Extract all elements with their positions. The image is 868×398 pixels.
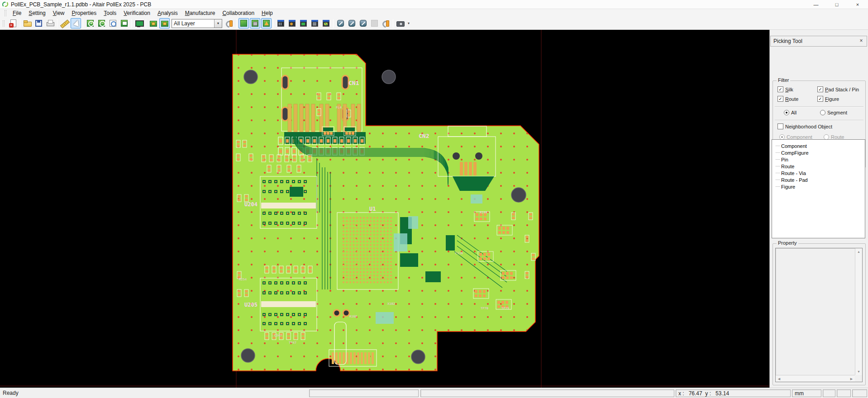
menu-properties[interactable]: Properties	[68, 9, 100, 17]
zoom-out-button[interactable]	[96, 18, 107, 28]
print-button[interactable]	[45, 18, 55, 28]
mounting-hole[interactable]	[411, 350, 425, 364]
toolbar-separator	[333, 19, 334, 28]
pcb-drawing[interactable]: CN1 CN2 U1 U204 U205 FL4 R160 C116 X102 …	[0, 30, 769, 388]
board-bottom-view-button[interactable]	[250, 18, 260, 28]
mounting-hole[interactable]	[244, 70, 258, 84]
markup-arrow-button[interactable]	[347, 18, 357, 28]
status-segment	[852, 389, 867, 397]
toolbar-grip[interactable]	[3, 20, 5, 27]
capture-dropdown-caret[interactable]: ▾	[406, 21, 411, 25]
layer-view-button[interactable]	[148, 18, 158, 28]
property-vertical-scrollbar[interactable]: ▲ ▼	[855, 248, 862, 375]
property-content: ▲ ▼ ◀ ▶	[775, 248, 863, 382]
checkbox-checked-icon: ✓	[817, 86, 823, 92]
all-radio[interactable]: All	[784, 110, 796, 115]
property-label: Property	[777, 240, 798, 246]
picking-tool-panel: Picking Tool × Filter ✓Silk ✓Pad Stack /…	[769, 30, 868, 388]
cn1-label: CN1	[348, 80, 359, 86]
menu-analysis[interactable]: Analysis	[154, 9, 181, 17]
net-window-button[interactable]	[287, 18, 297, 28]
board-bottom-icon	[251, 19, 259, 27]
save-button[interactable]	[33, 18, 44, 28]
menu-help[interactable]: Help	[258, 9, 277, 17]
mounting-hole[interactable]	[382, 70, 396, 84]
tree-item-figure[interactable]: Figure	[775, 183, 865, 190]
checkbox-checked-icon: ✓	[777, 86, 783, 92]
minimize-button[interactable]: —	[806, 0, 826, 9]
pen-icon	[337, 19, 344, 27]
maximize-button[interactable]: □	[826, 0, 847, 9]
capture-button[interactable]	[395, 18, 405, 28]
board-top-view-button[interactable]	[238, 18, 249, 28]
open-file-button[interactable]	[22, 18, 33, 28]
mounting-hole[interactable]	[511, 188, 526, 202]
close-button[interactable]: ×	[847, 0, 868, 9]
scroll-right-icon[interactable]: ▶	[848, 375, 855, 382]
silk-checkbox[interactable]: ✓Silk	[777, 86, 793, 92]
panel-close-icon[interactable]: ×	[858, 38, 864, 44]
menu-manufacture[interactable]: Manufacture	[181, 9, 219, 17]
pad-stack-pin-checkbox[interactable]: ✓Pad Stack / Pin	[817, 86, 859, 92]
menu-verification[interactable]: Verification	[120, 9, 154, 17]
radio-selected-icon	[784, 110, 789, 115]
separator	[775, 106, 863, 107]
zoom-in-button[interactable]	[85, 18, 95, 28]
note-icon	[359, 19, 367, 27]
tree-item-pin[interactable]: Pin	[775, 156, 865, 163]
toolkit-button[interactable]	[381, 18, 391, 28]
select-pointer-button[interactable]	[71, 18, 81, 28]
ref-label: TP79	[501, 307, 509, 310]
route-checkbox[interactable]: ✓Route	[777, 96, 798, 102]
layer-active-icon	[161, 19, 168, 27]
board-settings-button[interactable]	[224, 18, 234, 28]
scroll-left-icon[interactable]: ◀	[776, 375, 782, 382]
filter-label: Filter	[777, 77, 790, 83]
tree-item-compfigure[interactable]: CompFigure	[775, 149, 865, 156]
zoom-fit-button[interactable]	[119, 18, 129, 28]
scroll-up-icon[interactable]: ▲	[855, 248, 862, 255]
toolbar-separator	[146, 19, 146, 28]
mounting-hole[interactable]	[241, 349, 255, 362]
segment-radio[interactable]: Segment	[820, 110, 847, 115]
figure-checkbox[interactable]: ✓Figure	[817, 96, 839, 102]
status-coordinates: x : 76.47 y : 53.14	[676, 389, 791, 397]
layer-window-button[interactable]	[321, 18, 331, 28]
tree-item-route-pad[interactable]: Route - Pad	[775, 176, 865, 183]
cn2-label: CN2	[419, 133, 429, 139]
toolbar-separator	[83, 19, 83, 28]
exit-button[interactable]	[8, 18, 18, 28]
display-button[interactable]	[134, 18, 144, 28]
app-logo-icon	[2, 1, 8, 7]
menu-setting[interactable]: Setting	[25, 9, 49, 17]
zoom-window-button[interactable]	[108, 18, 118, 28]
measure-button[interactable]	[59, 18, 70, 28]
board-iso-view-button[interactable]	[261, 18, 272, 28]
ref-label: R160	[349, 315, 357, 318]
layer-combobox[interactable]: All Layer ▼	[172, 19, 222, 28]
pin-window-button[interactable]	[298, 18, 309, 28]
tree-item-route[interactable]: Route	[775, 163, 865, 170]
scroll-down-icon[interactable]: ▼	[855, 368, 862, 375]
tree-item-route-via[interactable]: Route - Via	[775, 170, 865, 176]
layer-window-icon	[322, 19, 330, 27]
markup-note-button[interactable]	[358, 18, 368, 28]
ref-label: C347	[274, 334, 282, 337]
list-window-button[interactable]	[310, 18, 320, 28]
status-segment	[309, 389, 419, 397]
layer-active-button[interactable]	[159, 18, 170, 28]
pcb-canvas[interactable]: CN1 CN2 U1 U204 U205 FL4 R160 C116 X102 …	[0, 30, 769, 388]
property-groupbox: Property ▲ ▼ ◀ ▶	[773, 243, 866, 385]
menu-file[interactable]: File	[9, 9, 25, 17]
menu-view[interactable]: View	[49, 9, 68, 17]
property-horizontal-scrollbar[interactable]: ◀ ▶	[776, 375, 855, 382]
combobox-dropdown-icon[interactable]: ▼	[214, 19, 222, 28]
tree-item-component[interactable]: Component	[775, 142, 865, 149]
menu-tools[interactable]: Tools	[100, 9, 120, 17]
component-window-button[interactable]	[276, 18, 286, 28]
picking-tool-header[interactable]: Picking Tool ×	[770, 36, 867, 47]
menubar-grip[interactable]	[5, 10, 6, 16]
markup-pen-button[interactable]	[335, 18, 346, 28]
neighborhood-object-checkbox[interactable]: Neighborhood Object	[777, 123, 832, 129]
menu-collaboration[interactable]: Collaboration	[219, 9, 258, 17]
